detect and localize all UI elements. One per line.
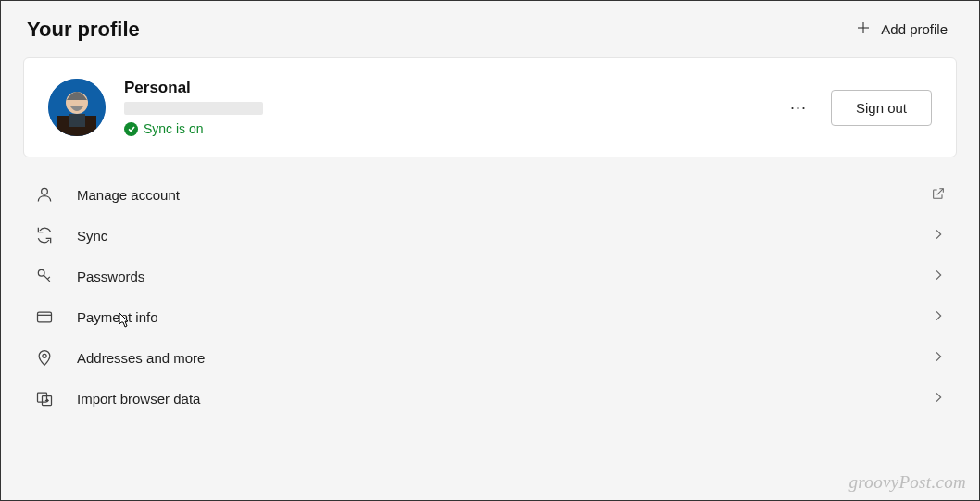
menu-item-payment-info[interactable]: Payment info — [23, 296, 957, 337]
svg-rect-5 — [69, 114, 85, 127]
sync-status: Sync is on — [124, 121, 263, 136]
location-icon — [34, 348, 55, 367]
chevron-right-icon — [931, 390, 946, 407]
chevron-right-icon — [931, 308, 946, 326]
profile-card: Personal Sync is on ··· Sign out — [23, 57, 957, 157]
profile-info: Personal Sync is on — [124, 79, 263, 136]
key-icon — [34, 267, 55, 285]
sync-status-label: Sync is on — [144, 121, 204, 136]
chevron-right-icon — [931, 349, 946, 367]
plus-icon — [855, 19, 872, 39]
menu-label: Passwords — [77, 269, 931, 284]
credit-card-icon — [34, 307, 55, 326]
person-icon — [34, 185, 55, 204]
menu-item-addresses[interactable]: Addresses and more — [23, 337, 957, 378]
menu-label: Payment info — [77, 309, 931, 325]
page-title: Your profile — [27, 18, 140, 42]
menu-item-sync[interactable]: Sync — [23, 215, 957, 256]
watermark: groovyPost.com — [849, 472, 966, 493]
menu-label: Sync — [77, 228, 931, 244]
avatar — [48, 79, 106, 136]
add-profile-label: Add profile — [881, 21, 948, 37]
profile-card-actions: ··· Sign out — [786, 90, 932, 126]
add-profile-button[interactable]: Add profile — [849, 16, 953, 43]
menu-label: Import browser data — [77, 391, 931, 407]
more-options-button[interactable]: ··· — [786, 94, 810, 121]
svg-point-10 — [43, 354, 46, 357]
svg-point-6 — [42, 188, 48, 194]
check-circle-icon — [124, 122, 138, 136]
svg-rect-8 — [38, 312, 52, 322]
sync-icon — [34, 226, 55, 244]
signout-button[interactable]: Sign out — [831, 90, 932, 126]
menu-label: Addresses and more — [77, 350, 931, 366]
menu-item-manage-account[interactable]: Manage account — [23, 174, 957, 215]
import-icon — [34, 389, 55, 407]
menu-item-passwords[interactable]: Passwords — [23, 256, 957, 296]
svg-point-7 — [38, 269, 44, 276]
external-link-icon — [931, 186, 946, 204]
chevron-right-icon — [931, 227, 946, 244]
header: Your profile Add profile — [1, 1, 979, 54]
chevron-right-icon — [931, 268, 946, 285]
settings-menu: Manage account Sync Passwords Payment in… — [1, 174, 979, 419]
profile-email-placeholder — [124, 102, 263, 115]
menu-item-import-browser-data[interactable]: Import browser data — [23, 378, 957, 419]
profile-name: Personal — [124, 79, 263, 97]
menu-label: Manage account — [77, 187, 931, 203]
